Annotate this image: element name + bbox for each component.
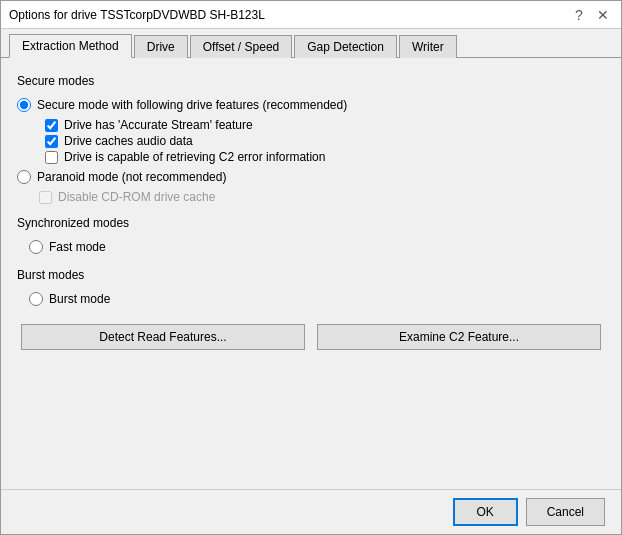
dialog-title: Options for drive TSSTcorpDVDWBD SH-B123… xyxy=(9,8,265,22)
radio-secure-mode-input[interactable] xyxy=(17,98,31,112)
title-bar: Options for drive TSSTcorpDVDWBD SH-B123… xyxy=(1,1,621,29)
secure-modes-radio-group: Secure mode with following drive feature… xyxy=(17,96,605,204)
detect-read-features-button[interactable]: Detect Read Features... xyxy=(21,324,305,350)
checkbox-disable-cdrom: Disable CD-ROM drive cache xyxy=(39,190,605,204)
radio-paranoid-mode[interactable]: Paranoid mode (not recommended) xyxy=(17,168,605,186)
tab-gap-detection[interactable]: Gap Detection xyxy=(294,35,397,58)
tab-drive[interactable]: Drive xyxy=(134,35,188,58)
tab-offset-speed[interactable]: Offset / Speed xyxy=(190,35,293,58)
help-button[interactable]: ? xyxy=(569,5,589,25)
synchronized-modes-label: Synchronized modes xyxy=(17,216,605,230)
burst-modes-section: Burst modes Burst mode xyxy=(17,268,605,308)
tab-extraction-method[interactable]: Extraction Method xyxy=(9,34,132,58)
content-area: Secure modes Secure mode with following … xyxy=(1,58,621,489)
checkbox-c2-error-input[interactable] xyxy=(45,151,58,164)
checkbox-accurate-stream-input[interactable] xyxy=(45,119,58,132)
radio-burst-mode-input[interactable] xyxy=(29,292,43,306)
radio-fast-mode[interactable]: Fast mode xyxy=(29,238,605,256)
paranoid-sub-options: Disable CD-ROM drive cache xyxy=(39,190,605,204)
radio-secure-mode[interactable]: Secure mode with following drive feature… xyxy=(17,96,605,114)
checkbox-cache-audio-input[interactable] xyxy=(45,135,58,148)
tab-writer[interactable]: Writer xyxy=(399,35,457,58)
checkbox-disable-cdrom-input xyxy=(39,191,52,204)
checkbox-c2-error[interactable]: Drive is capable of retrieving C2 error … xyxy=(45,150,605,164)
checkbox-cache-audio[interactable]: Drive caches audio data xyxy=(45,134,605,148)
secure-modes-label: Secure modes xyxy=(17,74,605,88)
title-bar-controls: ? ✕ xyxy=(569,5,613,25)
checkbox-accurate-stream[interactable]: Drive has 'Accurate Stream' feature xyxy=(45,118,605,132)
secure-mode-checkboxes: Drive has 'Accurate Stream' feature Driv… xyxy=(45,118,605,164)
dialog-footer: OK Cancel xyxy=(1,489,621,534)
feature-buttons: Detect Read Features... Examine C2 Featu… xyxy=(17,324,605,350)
ok-button[interactable]: OK xyxy=(453,498,518,526)
radio-paranoid-mode-input[interactable] xyxy=(17,170,31,184)
examine-c2-feature-button[interactable]: Examine C2 Feature... xyxy=(317,324,601,350)
radio-burst-mode[interactable]: Burst mode xyxy=(29,290,605,308)
burst-modes-label: Burst modes xyxy=(17,268,605,282)
synchronized-modes-section: Synchronized modes Fast mode xyxy=(17,216,605,256)
tab-bar: Extraction Method Drive Offset / Speed G… xyxy=(1,29,621,58)
secure-modes-section: Secure modes Secure mode with following … xyxy=(17,74,605,204)
cancel-button[interactable]: Cancel xyxy=(526,498,605,526)
dialog: Options for drive TSSTcorpDVDWBD SH-B123… xyxy=(0,0,622,535)
radio-fast-mode-input[interactable] xyxy=(29,240,43,254)
close-button[interactable]: ✕ xyxy=(593,5,613,25)
